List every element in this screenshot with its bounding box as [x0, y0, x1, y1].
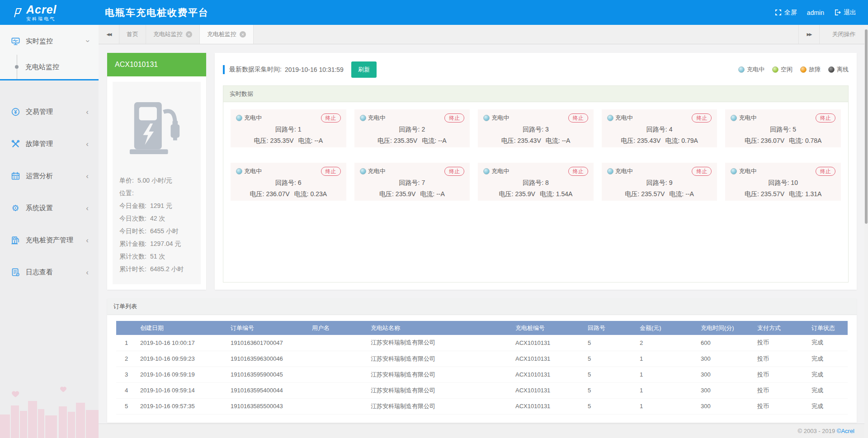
order-cell: 1 — [636, 367, 697, 382]
sidebar-item-settings[interactable]: ⚙ 系统设置 ‹ — [0, 192, 99, 224]
main-content: ACX1010131 单价:5.00 小时/元 — [99, 44, 868, 424]
tab-home[interactable]: 首页 — [119, 25, 146, 44]
stat-total-count: 累计次数:51 次 — [119, 250, 194, 263]
order-cell: 2019-10-16 10:00:17 — [137, 335, 227, 351]
charging-status-icon — [483, 115, 490, 121]
fullscreen-icon — [775, 9, 782, 16]
col-header: 充电站名称 — [367, 321, 512, 335]
col-header: 充电时间(分) — [697, 321, 754, 335]
order-cell — [308, 367, 367, 382]
order-cell — [308, 351, 367, 367]
order-cell: 完成 — [808, 335, 848, 351]
charging-pile-icon — [128, 99, 186, 157]
circuit-card: 充电中 终止 回路号:9 电压:235.57V电流:--A — [602, 163, 717, 201]
circuit-card: 充电中 终止 回路号:8 电压:235.9V电流:1.54A — [478, 163, 594, 201]
order-cell: ACX1010131 — [512, 351, 584, 367]
terminate-button[interactable]: 终止 — [692, 113, 712, 122]
voltage-current: 电压:235.57V电流:--A — [607, 190, 712, 198]
close-operations-button[interactable]: 关闭操作 — [819, 25, 868, 44]
close-tab-icon[interactable]: × — [186, 31, 192, 38]
sidebar-item-logs[interactable]: 日志查看 ‹ — [0, 256, 99, 288]
order-cell: 4 — [116, 382, 137, 398]
order-cell: 2019-10-16 09:57:35 — [137, 398, 227, 414]
order-cell: 1 — [636, 351, 697, 367]
realtime-data-title: 实时数据 — [223, 86, 848, 102]
order-cell: 2 — [116, 351, 137, 367]
tab-pile-monitor[interactable]: 充电桩监控 × — [200, 25, 254, 44]
order-cell: 2019-10-16 09:59:14 — [137, 382, 227, 398]
terminate-button[interactable]: 终止 — [321, 113, 341, 122]
order-cell: 5 — [116, 398, 137, 414]
table-row: 4 2019-10-16 09:59:14 1910163595400044 江… — [116, 382, 848, 398]
col-header: 金额(元) — [636, 321, 697, 335]
chevron-left-icon: ‹ — [86, 268, 89, 277]
circuit-number: 回路号:7 — [360, 179, 465, 187]
chevron-down-icon: ‹ — [83, 40, 92, 42]
refresh-button[interactable]: 刷新 — [351, 61, 377, 78]
city-skyline-decoration — [0, 384, 99, 438]
order-cell: 5 — [584, 335, 636, 351]
sidebar-item-pile-assets[interactable]: 充电桩资产管理 ‹ — [0, 224, 99, 256]
order-cell: 5 — [584, 367, 636, 382]
sidebar-item-faults[interactable]: 故障管理 ‹ — [0, 128, 99, 160]
order-cell: 投币 — [754, 398, 808, 414]
order-cell: 300 — [697, 398, 754, 414]
terminate-button[interactable]: 终止 — [444, 113, 464, 122]
sidebar-item-realtime-monitor[interactable]: 实时监控 ‹ — [0, 28, 99, 55]
charging-status-icon — [607, 168, 613, 174]
terminate-button[interactable]: 终止 — [444, 167, 464, 176]
tabs-scroll-left-button[interactable]: ◀◀ — [99, 25, 119, 44]
log-icon — [11, 268, 20, 277]
order-cell: 完成 — [808, 367, 848, 382]
charging-status-icon — [483, 168, 490, 174]
circuit-number: 回路号:1 — [236, 126, 341, 134]
scrollbar-thumb[interactable] — [865, 29, 868, 224]
order-cell — [308, 335, 367, 351]
legend-charging: 充电中 — [738, 66, 764, 74]
tab-station-monitor[interactable]: 充电站监控 × — [146, 25, 200, 44]
chevron-left-icon: ‹ — [86, 204, 89, 213]
acrel-link[interactable]: ©Acrel — [837, 428, 854, 434]
chevron-left-icon: ‹ — [86, 140, 89, 149]
voltage-current: 电压:235.43V电流:0.79A — [607, 137, 712, 145]
terminate-button[interactable]: 终止 — [816, 113, 835, 122]
charger-asset-icon — [11, 236, 20, 245]
circuit-card: 充电中 终止 回路号:2 电压:235.35V电流:--A — [354, 109, 470, 147]
terminate-button[interactable]: 终止 — [816, 167, 835, 176]
sidebar-item-transactions[interactable]: 交易管理 ‹ — [0, 96, 99, 128]
username[interactable]: admin — [807, 9, 824, 16]
close-tab-icon[interactable]: × — [240, 31, 246, 38]
order-cell: 3 — [116, 367, 137, 382]
logout-icon — [834, 9, 841, 16]
collect-time-label: 最新数据采集时间: — [229, 66, 282, 74]
charging-status-icon — [607, 115, 613, 121]
calendar-icon — [11, 172, 20, 181]
voltage-current: 电压:235.9V电流:1.54A — [483, 190, 588, 198]
logout-button[interactable]: 退出 — [834, 9, 856, 17]
order-cell: 2 — [636, 335, 697, 351]
circuit-number: 回路号:5 — [731, 126, 835, 134]
terminate-button[interactable]: 终止 — [568, 167, 588, 176]
legend-idle: 空闲 — [772, 66, 793, 74]
circuit-number: 回路号:8 — [483, 179, 588, 187]
charging-status-icon — [360, 168, 366, 174]
voltage-current: 电压:235.57V电流:1.31A — [731, 190, 835, 198]
terminate-button[interactable]: 终止 — [568, 113, 588, 122]
order-cell: 完成 — [808, 351, 848, 367]
terminate-button[interactable]: 终止 — [692, 167, 712, 176]
sidebar-item-station-monitor[interactable]: 充电站监控 — [0, 55, 99, 79]
col-header: 订单编号 — [227, 321, 308, 335]
charging-status-icon — [360, 115, 366, 121]
sidebar-item-analytics[interactable]: 运营分析 ‹ — [0, 160, 99, 192]
order-cell: 5 — [584, 382, 636, 398]
circuit-card-grid: 充电中 终止 回路号:1 电压:235.35V电流:--A — [223, 102, 848, 208]
tabs-scroll-right-button[interactable]: ▶▶ — [798, 25, 819, 44]
acrel-flag-icon — [12, 7, 23, 19]
circuit-number: 回路号:6 — [236, 179, 341, 187]
terminate-button[interactable]: 终止 — [321, 167, 341, 176]
order-cell: 江苏安科瑞制造有限公司 — [367, 398, 512, 414]
table-header-row: 创建日期 订单编号 用户名 充电站名称 充电桩编号 回路号 金额(元) 充电时间… — [116, 321, 848, 335]
fullscreen-button[interactable]: 全屏 — [775, 9, 797, 17]
orders-title: 订单列表 — [107, 298, 857, 315]
order-cell: 江苏安科瑞制造有限公司 — [367, 335, 512, 351]
